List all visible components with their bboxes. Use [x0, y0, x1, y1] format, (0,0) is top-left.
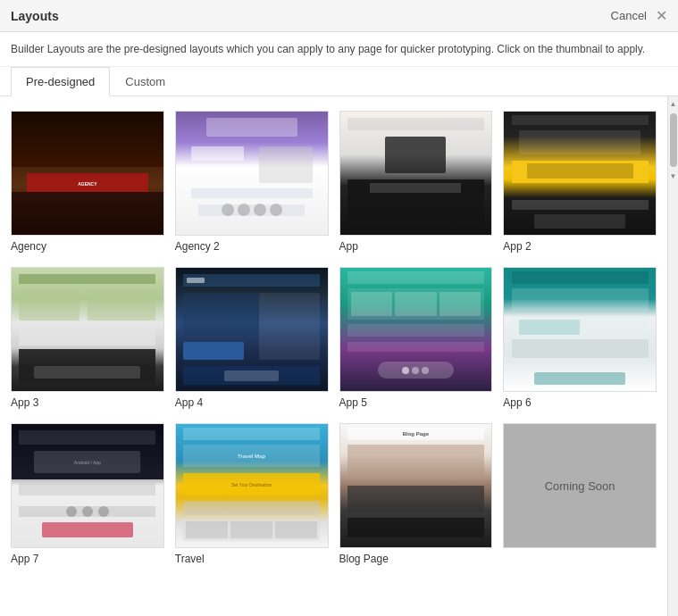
- layout-label-app3: App 3: [11, 396, 164, 409]
- cancel-label: Cancel: [611, 9, 647, 22]
- layout-thumb-app6[interactable]: [503, 267, 657, 392]
- tab-predesigned[interactable]: Pre-designed: [11, 67, 110, 96]
- layout-item[interactable]: App 3: [11, 267, 164, 409]
- layout-thumb-soon[interactable]: Coming Soon: [503, 423, 657, 548]
- layout-item[interactable]: App 2: [503, 111, 657, 253]
- layout-label-app: App: [339, 240, 493, 253]
- layout-label-agency2: Agency 2: [175, 240, 329, 253]
- scrollbar: ▲ ▼: [667, 96, 678, 616]
- tabs-bar: Pre-designed Custom: [0, 67, 678, 96]
- layouts-grid: AGENCY Agency: [11, 111, 657, 565]
- layout-item[interactable]: Blog Page Blog Page: [339, 423, 493, 565]
- layout-item[interactable]: Travel Map Set Your Destination Tra: [175, 423, 329, 565]
- layout-label-travel: Travel: [175, 553, 329, 565]
- layout-label-app4: App 4: [175, 396, 329, 409]
- layout-label-app2: App 2: [503, 240, 657, 253]
- layout-item[interactable]: App: [339, 111, 493, 253]
- scroll-up-arrow[interactable]: ▲: [668, 98, 678, 110]
- layout-thumb-app3[interactable]: [11, 267, 164, 392]
- layout-label-blog: Blog Page: [339, 553, 493, 565]
- layout-thumb-app4[interactable]: [175, 267, 329, 392]
- layout-item[interactable]: App 5: [339, 267, 493, 409]
- layout-label-app7: App 7: [11, 553, 164, 565]
- layout-item[interactable]: Android / App App 7: [11, 423, 164, 565]
- layout-item[interactable]: App 4: [175, 267, 329, 409]
- description-text: Builder Layouts are the pre-designed lay…: [0, 32, 678, 67]
- layouts-content[interactable]: AGENCY Agency: [0, 96, 667, 616]
- layout-thumb-app[interactable]: [339, 111, 493, 236]
- close-icon[interactable]: ✕: [656, 7, 667, 24]
- layout-item[interactable]: Coming Soon: [503, 423, 657, 565]
- layout-label-agency: Agency: [11, 240, 164, 253]
- layout-thumb-blog[interactable]: Blog Page: [339, 423, 493, 548]
- layout-thumb-app7[interactable]: Android / App: [11, 423, 164, 548]
- title-bar: Layouts Cancel ✕: [0, 0, 678, 32]
- scroll-thumb[interactable]: [670, 113, 677, 167]
- coming-soon-label: Coming Soon: [545, 479, 615, 493]
- layout-item[interactable]: Agency 2: [175, 111, 329, 253]
- layout-item[interactable]: App 6: [503, 267, 657, 409]
- window-title: Layouts: [11, 9, 59, 23]
- layout-label-app5: App 5: [339, 396, 493, 409]
- layout-label-soon: [503, 553, 657, 565]
- layout-thumb-app5[interactable]: [339, 267, 493, 392]
- layout-thumb-agency2[interactable]: [175, 111, 329, 236]
- cancel-button[interactable]: Cancel ✕: [611, 7, 667, 24]
- layout-thumb-travel[interactable]: Travel Map Set Your Destination: [175, 423, 329, 548]
- scroll-down-arrow[interactable]: ▼: [668, 171, 678, 182]
- layout-thumb-agency[interactable]: AGENCY: [11, 111, 164, 236]
- layout-item[interactable]: AGENCY Agency: [11, 111, 164, 253]
- layout-label-app6: App 6: [503, 396, 657, 409]
- layout-thumb-app2[interactable]: [503, 111, 657, 236]
- tab-custom[interactable]: Custom: [110, 67, 180, 96]
- main-row: AGENCY Agency: [0, 96, 678, 616]
